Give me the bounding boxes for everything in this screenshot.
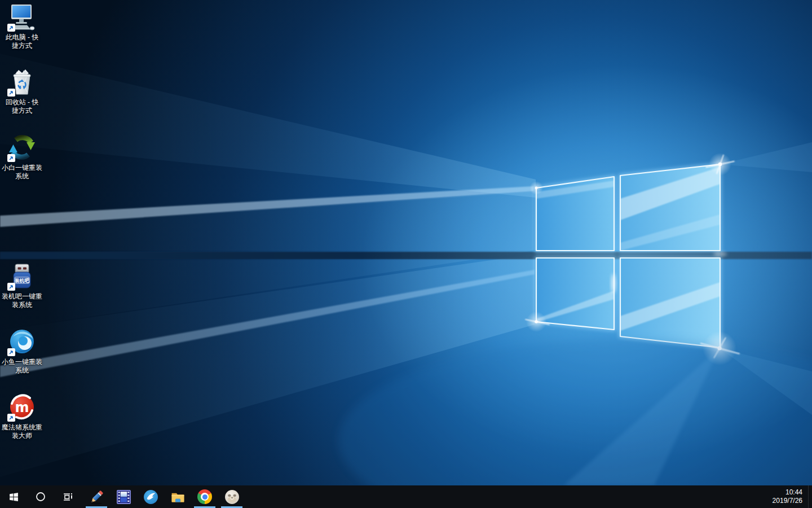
- taskbar-app-file-explorer[interactable]: [164, 485, 191, 508]
- clock-time: 10:44: [785, 488, 802, 497]
- shortcut-arrow-icon: [7, 414, 15, 422]
- shortcut-arrow-icon: [7, 24, 15, 32]
- show-desktop-button[interactable]: [808, 485, 812, 508]
- usb-badge-text: 装机吧: [14, 278, 29, 283]
- desktop-icon-label: 小白一键重装 系统: [2, 164, 42, 181]
- desktop-icon-zhuangjiba[interactable]: 装机吧 装机吧一键重 装系统: [0, 262, 44, 309]
- desktop-icon-mofazhu[interactable]: m 魔法猪系统重 装大师: [0, 393, 44, 440]
- taskbar-app-chrome[interactable]: [191, 485, 218, 508]
- task-view-button[interactable]: [54, 485, 81, 508]
- filmstrip-icon: [116, 489, 131, 505]
- clock-date: 2019/7/26: [773, 497, 802, 505]
- desktop-icon-label: 装机吧一键重 装系统: [2, 292, 42, 309]
- taskbar-clock[interactable]: 10:44 2019/7/26: [769, 485, 808, 508]
- shortcut-arrow-icon: [7, 348, 15, 356]
- desktop-icon-label: 此电脑 - 快 捷方式: [6, 33, 39, 50]
- desktop-icon-this-pc[interactable]: 此电脑 - 快 捷方式: [0, 3, 44, 50]
- desktop-icon-label: 小鱼一键重装 系统: [2, 358, 42, 375]
- taskbar-app-pet[interactable]: [218, 485, 245, 508]
- taskbar: 10:44 2019/7/26: [0, 485, 812, 508]
- folder-icon: [170, 489, 186, 505]
- desktop-icon-label: 魔法猪系统重 装大师: [2, 423, 42, 440]
- start-button[interactable]: [0, 485, 27, 508]
- windows-logo-icon: [9, 492, 19, 502]
- task-view-icon: [63, 492, 73, 502]
- search-circle-icon: [36, 492, 46, 502]
- pencil-app-icon: [89, 489, 104, 505]
- shortcut-arrow-icon: [7, 89, 15, 97]
- mofazhu-monogram: m: [15, 400, 29, 415]
- hero-wallpaper: [0, 0, 812, 508]
- pet-face-icon: [224, 489, 240, 505]
- taskbar-app-video-player[interactable]: [110, 485, 137, 508]
- taskbar-app-pencil-editor[interactable]: [83, 485, 110, 508]
- desktop-icon-xiaobai[interactable]: 小白一键重装 系统: [0, 134, 44, 181]
- shortcut-arrow-icon: [7, 283, 15, 291]
- desktop-icon-xiaoyu[interactable]: 小鱼一键重装 系统: [0, 328, 44, 375]
- desktop-icon-label: 回收站 - 快 捷方式: [6, 98, 39, 115]
- taskbar-app-xunlei[interactable]: [137, 485, 164, 508]
- cortana-search-button[interactable]: [27, 485, 54, 508]
- taskbar-empty-area: [245, 485, 769, 508]
- xunlei-bird-icon: [143, 489, 158, 505]
- shortcut-arrow-icon: [7, 154, 15, 162]
- chrome-icon: [197, 489, 212, 504]
- desktop-icon-recycle-bin[interactable]: 回收站 - 快 捷方式: [0, 68, 44, 115]
- windows-desktop: 此电脑 - 快 捷方式: [0, 0, 812, 508]
